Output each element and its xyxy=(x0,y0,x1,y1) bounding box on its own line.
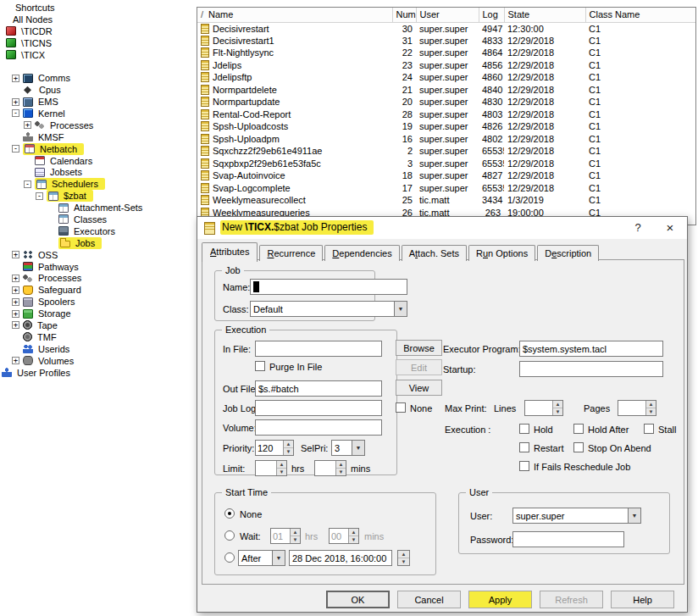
tree-item-cpus[interactable]: Cpus xyxy=(0,84,197,96)
tree-item-label[interactable]: Userids xyxy=(36,344,71,354)
in-file-input[interactable] xyxy=(255,341,382,357)
out-file-input[interactable] xyxy=(255,380,382,397)
table-row[interactable]: Normpartdelete21super.super484012/29/201… xyxy=(197,84,695,97)
limit-mins-spinner[interactable]: ▲▼ xyxy=(314,460,346,476)
table-row[interactable]: Jdelipsftp24super.super486012/29/2018C1 xyxy=(197,71,695,84)
table-row[interactable]: Decisivrestart30super.super494712:30:00C… xyxy=(197,22,695,35)
expand-icon[interactable]: + xyxy=(12,286,19,294)
tree-item-label[interactable]: EMS xyxy=(36,97,60,107)
apply-button[interactable]: Apply xyxy=(468,591,532,608)
collapse-icon[interactable]: - xyxy=(12,145,19,153)
spin-down-icon[interactable]: ▼ xyxy=(284,447,293,455)
hold-after-checkbox[interactable] xyxy=(573,424,584,434)
tree-item-volumes[interactable]: +Volumes xyxy=(0,355,197,367)
tree-item-label[interactable]: Jobs xyxy=(74,238,97,248)
tree-item-storage[interactable]: +Storage xyxy=(0,308,197,319)
password-input[interactable] xyxy=(512,531,624,547)
lines-input[interactable] xyxy=(525,401,552,415)
hold-label[interactable]: Hold xyxy=(534,425,553,436)
tree-item-label[interactable]: KMSF xyxy=(36,132,66,142)
limit-mins-input[interactable] xyxy=(315,461,335,475)
column-header-name[interactable]: /Name xyxy=(197,8,392,22)
volume-input[interactable] xyxy=(255,419,382,436)
chevron-down-icon[interactable]: ▼ xyxy=(394,302,407,316)
tree-item-label[interactable]: \TICNS xyxy=(19,38,53,48)
cancel-button[interactable]: Cancel xyxy=(397,591,461,608)
tree-item-label[interactable]: TMF xyxy=(36,332,58,342)
tree-item-executors[interactable]: Executors xyxy=(0,225,197,237)
pages-input[interactable] xyxy=(618,401,645,415)
job-name-input[interactable] xyxy=(250,279,407,295)
tree-item-netbatch[interactable]: -Netbatch xyxy=(0,143,197,155)
table-row[interactable]: Svap-Logcomplete17super.super6553512/29/… xyxy=(197,182,695,195)
stop-on-abend-label[interactable]: Stop On Abend xyxy=(588,443,651,454)
tree-item-label[interactable]: Processes xyxy=(48,120,95,130)
limit-hrs-spinner[interactable]: ▲▼ xyxy=(255,460,287,476)
tree-item-label[interactable]: Attachment-Sets xyxy=(72,203,144,213)
spin-down-icon[interactable]: ▼ xyxy=(398,558,409,565)
tree-item-ticdr[interactable]: \TICDR xyxy=(0,25,197,37)
collapse-icon[interactable]: - xyxy=(12,109,19,117)
tree-item-classes[interactable]: Classes xyxy=(0,214,197,225)
tree-item-kmsf[interactable]: KMSF xyxy=(0,131,197,143)
ok-button[interactable]: OK xyxy=(326,591,390,608)
chevron-down-icon[interactable]: ▼ xyxy=(628,508,640,523)
tree-item-ticx[interactable]: \TICX xyxy=(0,49,197,61)
tree-item-all-nodes[interactable]: All Nodes xyxy=(0,14,197,25)
tree-item-shortcuts[interactable]: Shortcuts xyxy=(0,2,197,14)
dialog-titlebar[interactable]: New \TICX.$zbat Job Properties ? × xyxy=(197,217,687,239)
expand-icon[interactable]: + xyxy=(24,121,31,129)
spin-up-icon[interactable]: ▲ xyxy=(284,441,293,447)
tab-description[interactable]: Description xyxy=(537,245,599,261)
tree-item-label[interactable]: \TICDR xyxy=(19,26,54,36)
after-select[interactable]: After ▼ xyxy=(238,550,285,566)
dialog-close-button[interactable]: × xyxy=(658,217,682,239)
tree-item-label[interactable]: \TICX xyxy=(19,50,47,60)
none-checkbox[interactable] xyxy=(396,402,406,413)
none-label[interactable]: None xyxy=(410,403,432,414)
expand-icon[interactable]: + xyxy=(12,75,19,82)
table-row[interactable]: Spsh-Uploadcosts19super.super482612/29/2… xyxy=(197,120,695,133)
spin-up-icon[interactable]: ▲ xyxy=(553,401,562,408)
start-wait-label[interactable]: Wait: xyxy=(240,531,261,542)
spin-down-icon[interactable]: ▼ xyxy=(277,468,286,475)
after-datetime-input[interactable] xyxy=(289,550,392,566)
spin-up-icon[interactable]: ▲ xyxy=(277,461,286,468)
if-fails-reschedule-label[interactable]: If Fails Reschedule Job xyxy=(534,462,630,473)
collapse-icon[interactable]: - xyxy=(36,192,43,200)
tree-item-label[interactable]: Spoolers xyxy=(36,297,76,307)
tree-item-comms[interactable]: +Comms xyxy=(0,72,197,84)
tree-item-label[interactable]: Storage xyxy=(36,308,73,319)
spin-up-icon[interactable]: ▲ xyxy=(398,551,409,558)
tree-item-label[interactable]: Shortcuts xyxy=(14,3,56,13)
browse-button[interactable]: Browse xyxy=(396,340,442,356)
tree-item-label[interactable]: Classes xyxy=(72,214,108,225)
table-row[interactable]: Svap-Autoinvoice18super.super482712/29/2… xyxy=(197,169,695,182)
column-header-log[interactable]: Log xyxy=(479,8,504,22)
start-after-radio[interactable] xyxy=(224,552,235,563)
table-row[interactable]: Weeklymeasurecollect25tic.matt34341/3/20… xyxy=(197,194,695,207)
hold-after-label[interactable]: Hold After xyxy=(588,425,629,436)
tree-item-label[interactable]: Cpus xyxy=(37,85,63,95)
table-row[interactable]: Spsh-Uploadpm16super.super480212/29/2018… xyxy=(197,133,695,146)
tree-item-tape[interactable]: +Tape xyxy=(0,319,197,331)
tab-recurrence[interactable]: Recurrence xyxy=(259,245,323,261)
user-select[interactable]: super.super ▼ xyxy=(512,508,641,524)
tree-item-processes[interactable]: +Processes xyxy=(0,272,197,284)
tree-item-spoolers[interactable]: +Spoolers xyxy=(0,296,197,308)
expand-icon[interactable]: + xyxy=(12,98,19,106)
expand-icon[interactable]: + xyxy=(12,275,19,282)
startup-input[interactable] xyxy=(519,361,663,377)
pages-spinner[interactable]: ▲▼ xyxy=(618,400,656,416)
tree-item-label[interactable]: OSS xyxy=(36,250,59,260)
job-log-input[interactable] xyxy=(255,400,382,416)
table-row[interactable]: Jdelips23super.super485612/29/2018C1 xyxy=(197,59,695,72)
table-row[interactable]: Sqxchzz2f29eb61e4911ae2super.super655351… xyxy=(197,145,695,158)
spin-down-icon[interactable]: ▼ xyxy=(646,408,656,415)
tree-item-calendars[interactable]: Calendars xyxy=(0,155,197,167)
tree-item-schedulers[interactable]: -Schedulers xyxy=(0,178,197,190)
table-row[interactable]: Decisivrestart131super.super483312/29/20… xyxy=(197,35,695,47)
expand-icon[interactable]: + xyxy=(12,310,19,318)
selpri-select[interactable]: 3 ▼ xyxy=(331,440,365,456)
tree-item-oss[interactable]: +OSS xyxy=(0,249,197,261)
